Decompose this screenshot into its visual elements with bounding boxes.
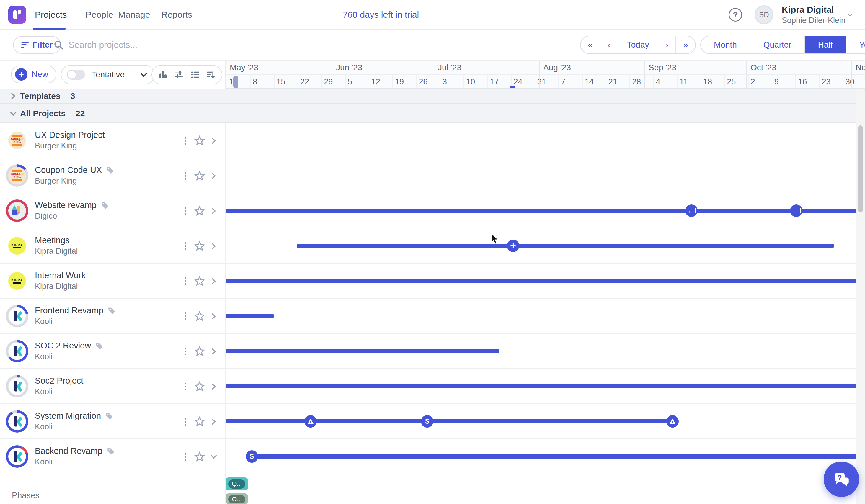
scrollbar-thumb[interactable]	[858, 126, 863, 212]
view-month[interactable]: Month	[701, 36, 750, 54]
sort-down-icon[interactable]	[203, 67, 219, 83]
group-row-all-projects[interactable]: All Projects22	[0, 104, 865, 123]
week-gridline	[653, 75, 654, 89]
row-expand-button[interactable]	[207, 275, 220, 288]
row-star-button[interactable]	[193, 134, 206, 147]
row-collapse-button[interactable]	[207, 450, 220, 463]
tentative-chevron-down-icon[interactable]	[134, 70, 154, 79]
row-star-button[interactable]	[193, 415, 206, 428]
milestone-dollar-icon[interactable]: $	[421, 415, 434, 427]
row-expand-button[interactable]	[207, 310, 220, 323]
project-name: UX Design Project	[35, 130, 105, 140]
row-menu-button[interactable]	[179, 380, 192, 393]
view-quarter[interactable]: Quarter	[750, 36, 805, 54]
sliders-icon[interactable]	[171, 67, 187, 83]
timeline-scroll-indicator[interactable]	[233, 76, 238, 88]
row-menu-button[interactable]	[179, 450, 192, 463]
row-star-button[interactable]	[193, 310, 206, 323]
week-label: 9	[774, 77, 779, 86]
group-row-templates[interactable]: Templates3	[0, 89, 865, 104]
row-expand-button[interactable]	[207, 169, 220, 183]
row-menu-button[interactable]	[179, 239, 192, 253]
milestone-plus-icon[interactable]: +	[507, 239, 519, 252]
account-chevron-down-icon[interactable]	[845, 11, 855, 18]
nav-reports[interactable]: Reports	[161, 0, 192, 29]
progress-ring	[6, 410, 28, 433]
tag-icon	[105, 412, 113, 420]
gantt-bar[interactable]	[226, 209, 857, 213]
gantt-bar[interactable]	[297, 244, 834, 248]
support-chat-button[interactable]: ?	[824, 461, 859, 497]
row-menu-button[interactable]	[179, 415, 192, 428]
bar-chart-icon[interactable]	[155, 67, 171, 83]
nav-projects[interactable]: Projects	[35, 0, 67, 29]
project-name: Internal Work	[35, 271, 85, 280]
pager-first-button[interactable]: «	[581, 36, 600, 54]
row-menu-button[interactable]	[179, 310, 192, 323]
new-project-button[interactable]: + New	[11, 66, 56, 83]
row-menu-button[interactable]	[179, 134, 192, 147]
nav-people[interactable]: People	[85, 0, 113, 29]
nav-manage[interactable]: Manage	[118, 0, 150, 29]
tag-icon	[101, 201, 109, 209]
progress-ring	[6, 445, 28, 468]
search-input[interactable]	[69, 40, 216, 50]
app-logo-icon[interactable]	[8, 6, 26, 24]
phase-chip[interactable]: Q..	[226, 478, 248, 490]
project-name-text: Backend Revamp	[35, 446, 102, 456]
gantt-bar[interactable]	[226, 419, 673, 423]
phase-chip[interactable]: O..	[226, 493, 248, 504]
row-star-button[interactable]	[193, 275, 206, 288]
row-menu-button[interactable]	[179, 345, 192, 358]
project-row: !$! System MigrationKooli	[0, 404, 865, 439]
row-expand-button[interactable]	[207, 239, 220, 253]
row-star-button[interactable]	[193, 450, 206, 463]
gantt-bar[interactable]	[226, 384, 857, 388]
month-label: Nov	[851, 61, 865, 74]
row-star-button[interactable]	[193, 204, 206, 218]
month-label: Aug '23	[539, 61, 571, 74]
project-client: Burger King	[35, 176, 77, 186]
milestone-warning-icon[interactable]: !	[304, 415, 317, 427]
gantt-bar[interactable]	[246, 455, 857, 459]
week-label: 23	[822, 77, 831, 86]
pager-next-button[interactable]: ›	[658, 36, 676, 54]
row-star-button[interactable]	[193, 380, 206, 393]
week-label: 5	[348, 77, 352, 86]
row-star-button[interactable]	[193, 169, 206, 183]
row-expand-button[interactable]	[207, 415, 220, 428]
gantt-lane	[225, 334, 865, 368]
row-menu-button[interactable]	[179, 169, 192, 183]
trial-banner[interactable]: 760 days left in trial	[325, 0, 437, 29]
row-expand-button[interactable]	[207, 204, 220, 218]
milestone-arrow-bar-left-icon[interactable]: ←	[685, 204, 697, 217]
row-expand-button[interactable]	[207, 134, 220, 147]
row-star-button[interactable]	[193, 239, 206, 253]
milestone-arrow-bar-left-icon[interactable]: ←	[790, 204, 803, 217]
row-expand-button[interactable]	[207, 345, 220, 358]
gantt-bar[interactable]	[226, 279, 857, 283]
gantt-bar[interactable]	[226, 349, 499, 353]
row-star-button[interactable]	[193, 345, 206, 358]
view-half[interactable]: Half	[805, 36, 846, 54]
milestone-dollar-icon[interactable]: $	[246, 450, 258, 463]
pager-last-button[interactable]: »	[676, 36, 695, 54]
help-icon[interactable]: ?	[729, 8, 742, 22]
header-divider	[746, 7, 746, 23]
milestone-warning-icon[interactable]: !	[666, 415, 679, 427]
project-name-text: Meetings	[35, 235, 70, 245]
row-menu-button[interactable]	[179, 275, 192, 288]
pager-prev-button[interactable]: ‹	[600, 36, 618, 54]
date-pager: « ‹ Today › »	[580, 36, 696, 54]
view-year[interactable]: Year	[846, 36, 865, 54]
row-menu-button[interactable]	[179, 204, 192, 218]
today-button[interactable]: Today	[618, 36, 659, 54]
avatar[interactable]: SD	[754, 5, 773, 24]
chevron-right-icon	[9, 92, 18, 101]
row-expand-button[interactable]	[207, 380, 220, 393]
list-icon[interactable]	[187, 67, 203, 83]
tentative-toggle[interactable]	[67, 70, 85, 80]
gantt-bar[interactable]	[226, 314, 274, 318]
project-name: Backend Revamp	[35, 446, 115, 456]
week-label: 19	[395, 77, 404, 86]
